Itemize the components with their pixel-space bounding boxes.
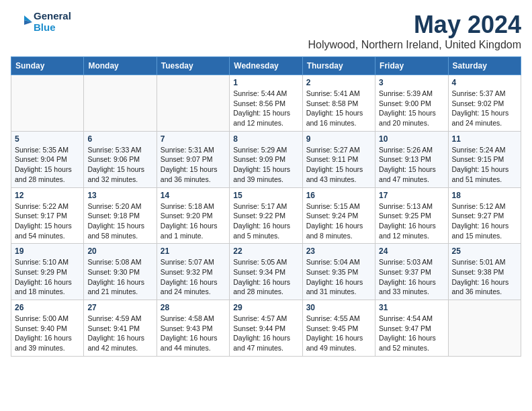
day-info: Sunrise: 5:08 AM Sunset: 9:30 PM Dayligh… <box>87 257 152 297</box>
weekday-header: Monday <box>84 57 157 75</box>
calendar-cell: 6Sunrise: 5:33 AM Sunset: 9:06 PM Daylig… <box>84 131 157 187</box>
day-info: Sunrise: 5:33 AM Sunset: 9:06 PM Dayligh… <box>87 145 152 185</box>
logo-blue: Blue <box>34 22 71 34</box>
calendar-week-row: 26Sunrise: 5:00 AM Sunset: 9:40 PM Dayli… <box>11 300 521 357</box>
day-number: 29 <box>233 303 298 312</box>
weekday-header: Tuesday <box>157 57 229 75</box>
calendar-cell: 10Sunrise: 5:26 AM Sunset: 9:13 PM Dayli… <box>375 131 448 187</box>
calendar-cell: 16Sunrise: 5:15 AM Sunset: 9:24 PM Dayli… <box>302 187 375 244</box>
calendar-cell: 13Sunrise: 5:20 AM Sunset: 9:18 PM Dayli… <box>84 187 157 244</box>
calendar-week-row: 5Sunrise: 5:35 AM Sunset: 9:04 PM Daylig… <box>11 131 521 187</box>
day-info: Sunrise: 5:35 AM Sunset: 9:04 PM Dayligh… <box>15 145 80 185</box>
location: Holywood, Northern Ireland, United Kingd… <box>308 39 522 51</box>
weekday-header: Wednesday <box>230 57 302 75</box>
logo-general: General <box>34 11 71 22</box>
weekday-header: Thursday <box>302 57 375 75</box>
day-info: Sunrise: 5:44 AM Sunset: 8:56 PM Dayligh… <box>233 89 298 128</box>
day-number: 23 <box>306 246 371 256</box>
month-title: May 2024 <box>308 11 522 39</box>
title-block: May 2024 Holywood, Northern Ireland, Uni… <box>308 11 522 51</box>
calendar-cell: 8Sunrise: 5:29 AM Sunset: 9:09 PM Daylig… <box>230 131 302 187</box>
logo-svg <box>11 11 32 33</box>
day-info: Sunrise: 5:24 AM Sunset: 9:15 PM Dayligh… <box>452 145 517 185</box>
day-info: Sunrise: 5:17 AM Sunset: 9:22 PM Dayligh… <box>233 201 298 241</box>
weekday-header: Saturday <box>448 57 521 75</box>
day-info: Sunrise: 4:54 AM Sunset: 9:47 PM Dayligh… <box>379 314 444 353</box>
calendar-cell: 28Sunrise: 4:58 AM Sunset: 9:43 PM Dayli… <box>157 300 229 357</box>
day-number: 16 <box>306 191 371 200</box>
day-info: Sunrise: 5:03 AM Sunset: 9:37 PM Dayligh… <box>379 257 444 297</box>
day-number: 28 <box>161 303 226 312</box>
calendar-cell: 9Sunrise: 5:27 AM Sunset: 9:11 PM Daylig… <box>302 131 375 187</box>
day-info: Sunrise: 4:57 AM Sunset: 9:44 PM Dayligh… <box>233 314 298 353</box>
calendar-cell: 17Sunrise: 5:13 AM Sunset: 9:25 PM Dayli… <box>375 187 448 244</box>
day-number: 30 <box>306 303 371 312</box>
calendar-cell: 3Sunrise: 5:39 AM Sunset: 9:00 PM Daylig… <box>375 75 448 132</box>
calendar-cell: 26Sunrise: 5:00 AM Sunset: 9:40 PM Dayli… <box>11 300 84 357</box>
calendar-cell: 2Sunrise: 5:41 AM Sunset: 8:58 PM Daylig… <box>302 75 375 132</box>
calendar-cell: 22Sunrise: 5:05 AM Sunset: 9:34 PM Dayli… <box>230 244 302 300</box>
day-info: Sunrise: 5:22 AM Sunset: 9:17 PM Dayligh… <box>15 201 80 241</box>
day-number: 6 <box>87 134 152 144</box>
calendar-cell: 20Sunrise: 5:08 AM Sunset: 9:30 PM Dayli… <box>84 244 157 300</box>
day-info: Sunrise: 5:01 AM Sunset: 9:38 PM Dayligh… <box>452 257 517 297</box>
calendar-header-row: SundayMondayTuesdayWednesdayThursdayFrid… <box>11 57 521 75</box>
weekday-header: Sunday <box>11 57 84 75</box>
calendar-cell: 7Sunrise: 5:31 AM Sunset: 9:07 PM Daylig… <box>157 131 229 187</box>
day-info: Sunrise: 5:20 AM Sunset: 9:18 PM Dayligh… <box>87 201 152 241</box>
weekday-header: Friday <box>375 57 448 75</box>
calendar-cell: 24Sunrise: 5:03 AM Sunset: 9:37 PM Dayli… <box>375 244 448 300</box>
day-number: 24 <box>379 246 444 256</box>
day-number: 13 <box>87 191 152 200</box>
day-number: 10 <box>379 134 444 144</box>
calendar-table: SundayMondayTuesdayWednesdayThursdayFrid… <box>11 56 521 357</box>
day-number: 17 <box>379 191 444 200</box>
day-number: 11 <box>452 134 517 144</box>
calendar-cell: 1Sunrise: 5:44 AM Sunset: 8:56 PM Daylig… <box>230 75 302 132</box>
day-info: Sunrise: 5:12 AM Sunset: 9:27 PM Dayligh… <box>452 201 517 241</box>
calendar-cell: 31Sunrise: 4:54 AM Sunset: 9:47 PM Dayli… <box>375 300 448 357</box>
calendar-cell: 23Sunrise: 5:04 AM Sunset: 9:35 PM Dayli… <box>302 244 375 300</box>
calendar-week-row: 12Sunrise: 5:22 AM Sunset: 9:17 PM Dayli… <box>11 187 521 244</box>
calendar-cell: 14Sunrise: 5:18 AM Sunset: 9:20 PM Dayli… <box>157 187 229 244</box>
calendar-cell: 30Sunrise: 4:55 AM Sunset: 9:45 PM Dayli… <box>302 300 375 357</box>
day-number: 4 <box>452 78 517 87</box>
day-number: 21 <box>161 246 226 256</box>
day-info: Sunrise: 5:41 AM Sunset: 8:58 PM Dayligh… <box>306 89 371 128</box>
calendar-cell <box>448 300 521 357</box>
calendar-cell <box>157 75 229 132</box>
day-number: 18 <box>452 191 517 200</box>
day-number: 8 <box>233 134 298 144</box>
logo: General Blue <box>11 11 71 33</box>
day-info: Sunrise: 5:15 AM Sunset: 9:24 PM Dayligh… <box>306 201 371 241</box>
calendar-cell: 19Sunrise: 5:10 AM Sunset: 9:29 PM Dayli… <box>11 244 84 300</box>
calendar-cell: 5Sunrise: 5:35 AM Sunset: 9:04 PM Daylig… <box>11 131 84 187</box>
day-number: 12 <box>15 191 80 200</box>
day-info: Sunrise: 5:29 AM Sunset: 9:09 PM Dayligh… <box>233 145 298 185</box>
calendar-cell: 4Sunrise: 5:37 AM Sunset: 9:02 PM Daylig… <box>448 75 521 132</box>
day-info: Sunrise: 5:13 AM Sunset: 9:25 PM Dayligh… <box>379 201 444 241</box>
day-number: 9 <box>306 134 371 144</box>
calendar-cell: 18Sunrise: 5:12 AM Sunset: 9:27 PM Dayli… <box>448 187 521 244</box>
day-number: 31 <box>379 303 444 312</box>
day-number: 14 <box>161 191 226 200</box>
day-number: 22 <box>233 246 298 256</box>
calendar-week-row: 1Sunrise: 5:44 AM Sunset: 8:56 PM Daylig… <box>11 75 521 132</box>
day-info: Sunrise: 4:55 AM Sunset: 9:45 PM Dayligh… <box>306 314 371 353</box>
day-number: 19 <box>15 246 80 256</box>
day-info: Sunrise: 4:59 AM Sunset: 9:41 PM Dayligh… <box>87 314 152 353</box>
day-number: 3 <box>379 78 444 87</box>
calendar-cell: 15Sunrise: 5:17 AM Sunset: 9:22 PM Dayli… <box>230 187 302 244</box>
day-number: 5 <box>15 134 80 144</box>
day-info: Sunrise: 5:10 AM Sunset: 9:29 PM Dayligh… <box>15 257 80 297</box>
page-header: General Blue May 2024 Holywood, Northern… <box>11 11 521 51</box>
calendar-cell: 12Sunrise: 5:22 AM Sunset: 9:17 PM Dayli… <box>11 187 84 244</box>
day-info: Sunrise: 5:04 AM Sunset: 9:35 PM Dayligh… <box>306 257 371 297</box>
calendar-cell <box>84 75 157 132</box>
day-number: 7 <box>161 134 226 144</box>
calendar-cell <box>11 75 84 132</box>
day-info: Sunrise: 4:58 AM Sunset: 9:43 PM Dayligh… <box>161 314 226 353</box>
day-info: Sunrise: 5:39 AM Sunset: 9:00 PM Dayligh… <box>379 89 444 128</box>
day-number: 15 <box>233 191 298 200</box>
day-info: Sunrise: 5:18 AM Sunset: 9:20 PM Dayligh… <box>161 201 226 241</box>
